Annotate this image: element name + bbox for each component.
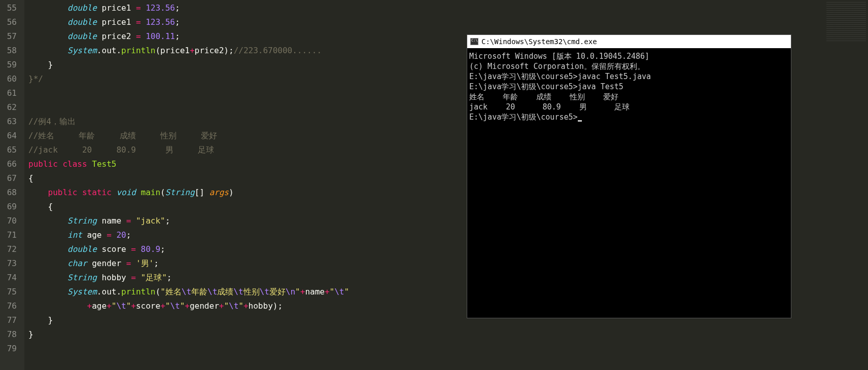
line-number: 60 [3, 72, 17, 86]
line-number: 76 [3, 299, 17, 313]
terminal-line: E:\java学习\初级\course5>java Test5 [469, 82, 789, 92]
terminal-line: jack 20 80.9 男 足球 [469, 102, 789, 112]
terminal-window[interactable]: C:\Windows\System32\cmd.exe Microsoft Wi… [467, 34, 791, 318]
terminal-title: C:\Windows\System32\cmd.exe [481, 38, 597, 46]
cmd-icon [470, 38, 478, 45]
terminal-cursor [578, 120, 582, 122]
terminal-line: 姓名 年龄 成绩 性别 爱好 [469, 92, 789, 102]
line-number: 75 [3, 285, 17, 299]
code-line[interactable]: double price1 = 123.56; [28, 1, 868, 15]
line-number: 73 [3, 256, 17, 271]
line-number: 61 [3, 86, 17, 100]
line-number: 55 [3, 1, 17, 15]
line-number: 78 [3, 327, 17, 342]
line-number: 59 [3, 58, 17, 72]
line-number: 69 [3, 200, 17, 214]
line-number: 74 [3, 271, 17, 285]
line-number-gutter: 5556575859606162636465666768697071727374… [0, 0, 24, 370]
line-number: 62 [3, 100, 17, 115]
line-number: 68 [3, 186, 17, 200]
terminal-titlebar[interactable]: C:\Windows\System32\cmd.exe [467, 35, 791, 48]
line-number: 57 [3, 29, 17, 44]
line-number: 72 [3, 242, 17, 256]
line-number: 56 [3, 15, 17, 29]
line-number: 65 [3, 143, 17, 157]
code-line[interactable]: double price1 = 123.56; [28, 15, 868, 29]
terminal-line: E:\java学习\初级\course5> [469, 112, 789, 122]
terminal-line: (c) Microsoft Corporation。保留所有权利。 [469, 61, 789, 71]
line-number: 77 [3, 313, 17, 327]
terminal-line: Microsoft Windows [版本 10.0.19045.2486] [469, 51, 789, 61]
code-line[interactable] [28, 342, 868, 356]
line-number: 71 [3, 228, 17, 242]
line-number: 66 [3, 157, 17, 171]
terminal-line: E:\java学习\初级\course5>javac Test5.java [469, 71, 789, 82]
line-number: 64 [3, 129, 17, 143]
line-number: 70 [3, 214, 17, 228]
minimap[interactable] [826, 2, 866, 43]
terminal-body[interactable]: Microsoft Windows [版本 10.0.19045.2486](c… [467, 48, 791, 125]
line-number: 79 [3, 342, 17, 356]
line-number: 67 [3, 171, 17, 186]
line-number: 58 [3, 44, 17, 58]
code-line[interactable]: } [28, 327, 868, 342]
line-number: 63 [3, 115, 17, 129]
